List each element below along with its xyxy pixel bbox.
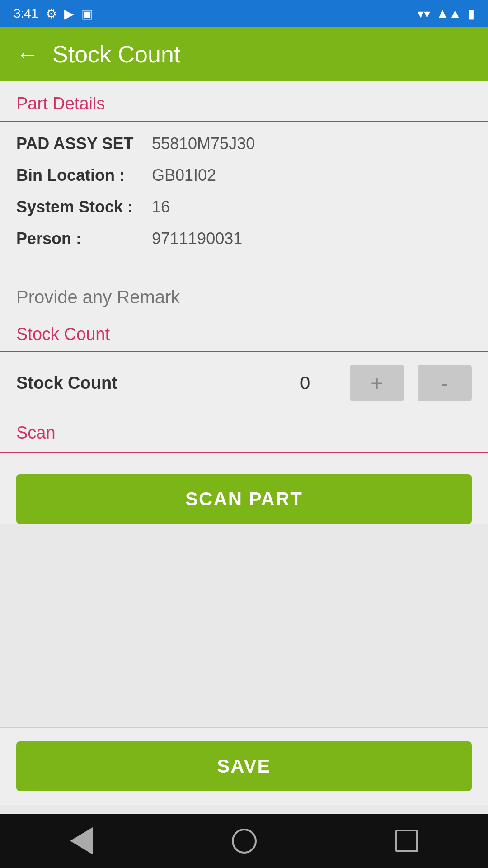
- nav-back-icon: [70, 827, 93, 854]
- app-bar: ← Stock Count: [0, 27, 488, 81]
- app-bar-title: Stock Count: [52, 41, 180, 68]
- bin-location-value: GB01I02: [152, 166, 216, 185]
- person-row: Person : 9711190031: [16, 229, 472, 248]
- system-stock-label: System Stock :: [16, 198, 143, 217]
- nav-home-icon: [232, 829, 257, 854]
- time-display: 3:41: [14, 6, 38, 21]
- content-area: Part Details PAD ASSY SET 55810M75J30 Bi…: [0, 81, 488, 524]
- status-bar: 3:41 ⚙ ▶ ▣ ▾▾ ▲▲ ▮: [0, 0, 488, 27]
- person-label: Person :: [16, 229, 143, 248]
- nav-recent-button[interactable]: [393, 827, 420, 854]
- bin-location-label: Bin Location :: [16, 166, 143, 185]
- stock-count-row-label: Stock Count: [16, 373, 286, 393]
- nav-home-button[interactable]: [230, 827, 258, 854]
- shield-icon: ▶: [64, 6, 74, 21]
- stock-count-value: 0: [300, 373, 336, 393]
- part-name-row: PAD ASSY SET 55810M75J30: [16, 134, 472, 153]
- part-details-label: Part Details: [16, 94, 105, 113]
- increment-button[interactable]: +: [350, 365, 404, 401]
- clipboard-icon: ▣: [81, 6, 93, 21]
- status-bar-left: 3:41 ⚙ ▶ ▣: [14, 6, 93, 21]
- nav-bar: [0, 814, 488, 868]
- signal-icon: ▲▲: [436, 6, 461, 21]
- scan-part-button[interactable]: SCAN PART: [16, 474, 472, 524]
- wifi-icon: ▾▾: [418, 6, 430, 21]
- system-stock-row: System Stock : 16: [16, 198, 472, 217]
- back-button[interactable]: ←: [16, 41, 39, 67]
- save-area: SAVE: [0, 727, 488, 805]
- decrement-button[interactable]: -: [418, 365, 472, 401]
- remark-input[interactable]: [0, 274, 488, 321]
- stock-count-section-label: Stock Count: [16, 325, 110, 344]
- person-value: 9711190031: [152, 229, 242, 248]
- part-details: PAD ASSY SET 55810M75J30 Bin Location : …: [0, 122, 488, 274]
- status-bar-right: ▾▾ ▲▲ ▮: [418, 6, 474, 21]
- stock-count-section-header: Stock Count: [0, 325, 488, 352]
- system-stock-value: 16: [152, 198, 170, 217]
- bin-location-row: Bin Location : GB01I02: [16, 166, 472, 185]
- settings-icon: ⚙: [46, 6, 57, 21]
- part-number-value: 55810M75J30: [152, 134, 255, 153]
- nav-recent-icon: [395, 830, 418, 852]
- stock-count-row: Stock Count 0 + -: [0, 352, 488, 414]
- save-button[interactable]: SAVE: [16, 741, 472, 791]
- nav-back-button[interactable]: [68, 827, 95, 854]
- scan-section-header: Scan: [0, 414, 488, 453]
- scan-label: Scan: [16, 423, 56, 442]
- part-name-label: PAD ASSY SET: [16, 134, 143, 153]
- part-details-section-header: Part Details: [0, 81, 488, 122]
- battery-icon: ▮: [468, 6, 474, 21]
